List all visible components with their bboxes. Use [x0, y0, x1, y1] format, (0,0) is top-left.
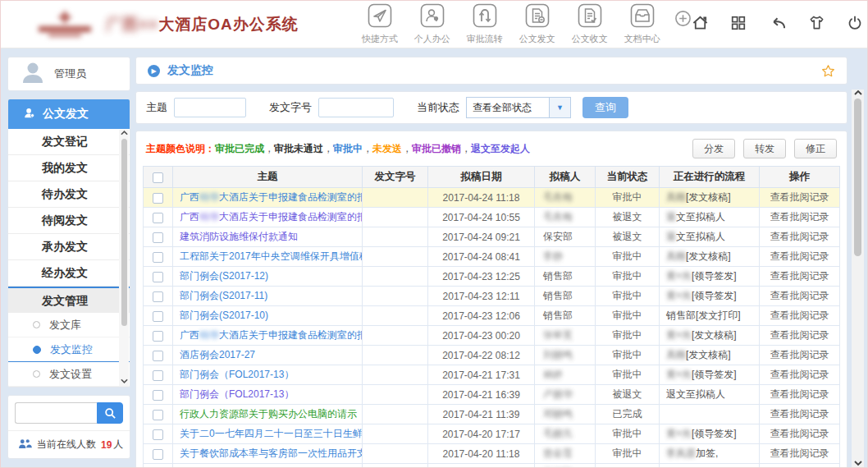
subject-link[interactable]: 部门例会(S2017-11): [180, 290, 267, 301]
view-records-link[interactable]: 查看批阅记录: [770, 270, 829, 282]
subject-filter-input[interactable]: [174, 98, 246, 117]
subject-link[interactable]: 工程部关于2017年中央空调维保开具增值税普通发票的请示: [180, 250, 363, 262]
docno-filter-input[interactable]: [318, 98, 394, 117]
legend-item: 审批已撤销: [412, 143, 461, 154]
subject-link[interactable]: 建筑消防设施维保付款通知: [180, 231, 298, 242]
scroll-down-icon[interactable]: [121, 378, 128, 384]
view-records-link[interactable]: 查看批阅记录: [770, 447, 829, 459]
sidebar-subitem[interactable]: 发文库: [8, 313, 130, 337]
column-header: 操作: [760, 167, 840, 188]
toolbar-item-approval-flow[interactable]: 审批流转: [463, 3, 507, 45]
sidebar-section-fawenguanli[interactable]: 发文管理: [8, 287, 130, 313]
view-records-link[interactable]: 查看批阅记录: [770, 349, 829, 360]
sidebar-item[interactable]: 承办发文: [8, 234, 130, 260]
action-button[interactable]: 分发: [692, 139, 735, 158]
row-checkbox[interactable]: [153, 351, 163, 361]
toolbar-item-doc-send[interactable]: 公文发文: [515, 3, 560, 45]
subject-link[interactable]: 行政人力资源部关于购买办公电脑的请示: [180, 408, 357, 420]
page: 广西××大酒店OA办公系统 快捷方式 个人办公 审批流转: [0, 0, 868, 468]
view-records-link[interactable]: 查看批阅记录: [770, 388, 829, 400]
logo-area: 广西××大酒店OA办公系统: [1, 7, 299, 42]
search-button[interactable]: 查询: [582, 97, 628, 118]
view-records-link[interactable]: 查看批阅记录: [770, 428, 829, 439]
sidebar-item[interactable]: 经办发文: [8, 260, 130, 287]
row-checkbox[interactable]: [153, 311, 163, 322]
scroll-up-icon[interactable]: [854, 89, 862, 96]
main-scrollbar[interactable]: [852, 89, 864, 468]
subject-link[interactable]: 广西锦华大酒店关于申报建食品检测室的报告: [180, 191, 363, 203]
sidebar-item[interactable]: 发文登记: [8, 129, 130, 155]
view-records-link[interactable]: 查看批阅记录: [770, 310, 829, 321]
scrollbar-thumb[interactable]: [854, 99, 861, 256]
subject-link[interactable]: 部门例会（FOL2017-13）: [180, 388, 294, 400]
toolbar-label: 公文发文: [519, 33, 555, 45]
home-button[interactable]: [692, 14, 709, 34]
action-button[interactable]: 转发: [743, 139, 786, 158]
toolbar-item-doc-center[interactable]: 文档中心: [620, 3, 665, 45]
hotel-logo: [25, 7, 104, 42]
power-button[interactable]: [847, 14, 863, 34]
row-checkbox[interactable]: [153, 193, 163, 204]
sidebar-search-input[interactable]: [15, 402, 97, 424]
sidebar-item[interactable]: 待办发文: [8, 181, 130, 208]
apps-grid-button[interactable]: [730, 15, 747, 34]
view-records-link[interactable]: 查看批阅记录: [770, 250, 829, 262]
row-checkbox[interactable]: [153, 213, 163, 223]
subject-link[interactable]: 广西锦华大酒店关于申报建食品检测室的报告: [180, 211, 363, 223]
sidebar-item[interactable]: 我的发文: [8, 155, 130, 181]
toolbar-item-shortcut[interactable]: 快捷方式: [358, 3, 402, 45]
subject-link[interactable]: 关于二0一七年四月二十一日至三十日生鲜原料定价的报告: [180, 428, 363, 439]
scroll-down-icon[interactable]: [854, 460, 862, 466]
view-records-link[interactable]: 查看批阅记录: [770, 191, 829, 203]
row-checkbox[interactable]: [153, 252, 163, 263]
sidebar-subitem[interactable]: 发文监控: [8, 337, 130, 362]
view-records-link[interactable]: 查看批阅记录: [770, 329, 829, 341]
scrollbar-thumb[interactable]: [121, 139, 127, 326]
legend-row: 主题颜色说明：审批已完成，审批未通过，审批中，未发送，审批已撤销，退文至发起人 …: [136, 131, 847, 164]
chevron-down-icon[interactable]: ▼: [549, 98, 570, 117]
subject-link[interactable]: 广西锦华大酒店关于申报建食品检测室的报告: [180, 329, 363, 341]
select-all-checkbox[interactable]: [153, 172, 163, 183]
table-row: 部门例会 2017-112017-04-19 17:18工程部已完成查看批阅记录: [144, 464, 840, 468]
doc-send-icon: [525, 3, 550, 31]
view-records-link[interactable]: 查看批阅记录: [770, 290, 829, 301]
row-checkbox[interactable]: [153, 331, 163, 342]
page-title-bar: ▶ 发文监控: [135, 57, 847, 85]
toolbar-item-doc-receive[interactable]: 公文收文: [568, 3, 612, 45]
sidebar-item[interactable]: 待阅发文: [8, 208, 130, 234]
table-row: 广西锦华大酒店关于申报建食品检测室的报告2017-04-24 11:18毛青梅审…: [144, 188, 840, 208]
back-button[interactable]: [768, 14, 787, 34]
view-records-link[interactable]: 查看批阅记录: [770, 369, 829, 380]
row-checkbox[interactable]: [153, 232, 163, 243]
favorite-star-icon[interactable]: [821, 64, 835, 78]
sidebar-scrollbar[interactable]: [119, 130, 129, 386]
select-all-cell: [144, 167, 173, 188]
theme-shirt-button[interactable]: [808, 14, 825, 34]
subject-link[interactable]: 部门例会(S2017-10): [180, 310, 268, 321]
status-select[interactable]: 查看全部状态 ▼: [466, 97, 571, 118]
row-checkbox[interactable]: [153, 410, 163, 420]
view-records-link[interactable]: 查看批阅记录: [770, 408, 829, 420]
row-checkbox[interactable]: [153, 449, 163, 460]
row-checkbox[interactable]: [153, 429, 163, 440]
view-records-link[interactable]: 查看批阅记录: [770, 231, 829, 242]
action-button[interactable]: 修正: [794, 139, 837, 158]
subject-link[interactable]: 酒店例会2017-27: [180, 349, 255, 360]
sidebar-search-button[interactable]: [97, 402, 123, 424]
toolbar-item-personal-office[interactable]: 个人办公: [410, 3, 455, 45]
radio-icon: [33, 321, 40, 328]
row-checkbox[interactable]: [153, 272, 163, 282]
view-records-link[interactable]: 查看批阅记录: [770, 211, 829, 223]
user-card: 管理员: [7, 57, 130, 91]
row-checkbox[interactable]: [153, 390, 163, 401]
subject-link[interactable]: 部门例会(S2017-12): [180, 270, 268, 282]
sidebar-subitem[interactable]: 发文设置: [8, 362, 130, 387]
row-checkbox[interactable]: [153, 291, 163, 302]
subject-link[interactable]: 关于餐饮部成本率与客房部一次性用品开支情况的报告 锦财报[2017]5号: [180, 447, 363, 459]
sidebar-module-header[interactable]: 公文发文: [8, 99, 130, 129]
subject-link[interactable]: 部门例会（FOL2017-13）: [180, 369, 294, 380]
table-row: 部门例会(S2017-12)2017-04-23 12:25销售部审批中黄×光[…: [144, 267, 840, 287]
add-shortcut-button[interactable]: [674, 10, 692, 30]
scroll-up-icon[interactable]: [121, 130, 128, 136]
row-checkbox[interactable]: [153, 370, 163, 381]
